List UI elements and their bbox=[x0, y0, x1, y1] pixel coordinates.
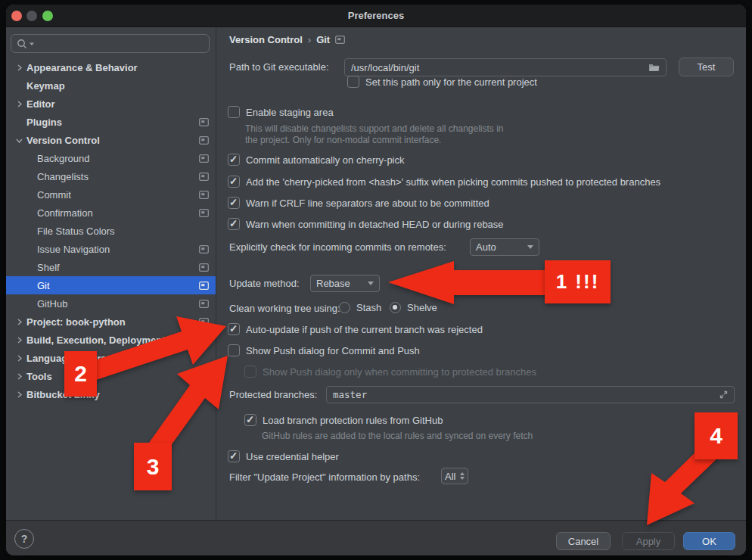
filter-paths-select[interactable]: All bbox=[441, 468, 468, 484]
shelve-radio[interactable]: Shelve bbox=[390, 302, 437, 313]
sidebar-item-github[interactable]: GitHub bbox=[6, 294, 216, 313]
sidebar-item-languages-frameworks[interactable]: Languages & Frameworks bbox=[6, 349, 216, 367]
sidebar-item-commit[interactable]: Commit bbox=[6, 185, 216, 204]
sidebar-item-changelists[interactable]: Changelists bbox=[6, 167, 216, 185]
checkbox-checked-icon[interactable] bbox=[228, 197, 240, 209]
titlebar: Preferences bbox=[6, 5, 746, 27]
filter-update-project-label: Filter "Update Project" information by p… bbox=[229, 471, 420, 483]
screen-scope-icon bbox=[199, 263, 209, 272]
chevron-right-icon bbox=[16, 101, 23, 107]
chevron-right-icon bbox=[16, 337, 23, 344]
checkbox-checked-icon[interactable] bbox=[228, 323, 240, 335]
checkbox-disabled-icon bbox=[244, 366, 256, 378]
breadcrumb: Version Control › Git bbox=[229, 34, 345, 45]
sidebar-item-editor[interactable]: Editor bbox=[6, 95, 216, 113]
checkbox-checked-icon[interactable] bbox=[228, 450, 240, 462]
radio-icon[interactable] bbox=[339, 302, 350, 313]
chevron-right-icon bbox=[16, 391, 23, 398]
sidebar-item-file-status-colors[interactable]: File Status Colors bbox=[6, 222, 216, 240]
screen-scope-icon bbox=[199, 154, 209, 163]
enable-staging-area-checkbox[interactable]: Enable staging area bbox=[228, 106, 334, 118]
sidebar-item-bitbucket[interactable]: Bitbucket Linky bbox=[6, 385, 216, 403]
warn-crlf-checkbox[interactable]: Warn if CRLF line separators are about t… bbox=[228, 197, 489, 209]
protected-branches-input[interactable]: master bbox=[326, 386, 735, 403]
git-path-label: Path to Git executable: bbox=[229, 61, 329, 73]
search-input[interactable] bbox=[11, 34, 210, 53]
use-credential-helper-checkbox[interactable]: Use credential helper bbox=[228, 450, 339, 462]
git-path-input[interactable]: /usr/local/bin/git bbox=[344, 58, 667, 76]
sidebar-item-git[interactable]: Git bbox=[6, 276, 216, 294]
load-branch-rules-description: GitHub rules are added to the local rule… bbox=[262, 431, 533, 441]
screen-scope-icon bbox=[199, 318, 209, 326]
protected-branches-label: Protected branches: bbox=[229, 389, 317, 400]
breadcrumb-page: Git bbox=[316, 34, 330, 45]
sidebar-item-appearance-behavior[interactable]: Appearance & Behavior bbox=[6, 58, 216, 76]
chevron-right-icon bbox=[16, 319, 23, 325]
search-options-chevron-icon[interactable] bbox=[29, 41, 35, 47]
cancel-button[interactable]: Cancel bbox=[556, 532, 611, 550]
auto-update-on-reject-checkbox[interactable]: Auto-update if push of the current branc… bbox=[228, 323, 483, 335]
load-branch-rules-checkbox[interactable]: Load branch protection rules from GitHub bbox=[244, 414, 443, 426]
annotation-label-3: 3 bbox=[134, 443, 172, 490]
screen-scope-icon bbox=[199, 300, 209, 308]
breadcrumb-separator: › bbox=[308, 34, 311, 45]
incoming-commits-label: Explicitly check for incoming commits on… bbox=[229, 241, 446, 253]
stash-radio[interactable]: Stash bbox=[339, 302, 381, 313]
checkbox-checked-icon[interactable] bbox=[244, 414, 256, 426]
sidebar-item-confirmation[interactable]: Confirmation bbox=[6, 204, 216, 222]
stepper-arrows-icon bbox=[460, 472, 465, 480]
ok-button[interactable]: OK bbox=[683, 532, 735, 550]
clean-working-tree-label: Clean working tree using: bbox=[229, 303, 340, 314]
sidebar-item-shelf[interactable]: Shelf bbox=[6, 258, 216, 276]
breadcrumb-section[interactable]: Version Control bbox=[229, 34, 303, 45]
checkbox-icon[interactable] bbox=[347, 76, 359, 88]
annotation-label-2: 2 bbox=[64, 351, 97, 397]
apply-button: Apply bbox=[622, 532, 675, 550]
warn-detached-head-checkbox[interactable]: Warn when committing in detached HEAD or… bbox=[228, 218, 504, 230]
incoming-commits-select[interactable]: Auto bbox=[470, 238, 539, 256]
sidebar-item-keymap[interactable]: Keymap bbox=[6, 76, 216, 95]
checkbox-icon[interactable] bbox=[228, 106, 240, 118]
annotation-label-1: 1 !!! bbox=[545, 260, 611, 303]
checkbox-checked-icon[interactable] bbox=[228, 218, 240, 230]
screen-scope-icon bbox=[199, 118, 209, 126]
screen-scope-icon bbox=[199, 173, 209, 181]
show-push-dialog-protected-checkbox: Show Push dialog only when committing to… bbox=[244, 366, 536, 378]
checkbox-icon[interactable] bbox=[228, 344, 240, 356]
screen-scope-icon bbox=[199, 136, 209, 145]
dropdown-arrow-icon bbox=[527, 245, 533, 249]
sidebar-item-build-execution-deployment[interactable]: Build, Execution, Deployment bbox=[6, 331, 216, 349]
checkbox-checked-icon[interactable] bbox=[228, 154, 240, 166]
test-button[interactable]: Test bbox=[679, 58, 734, 76]
update-method-label: Update method: bbox=[229, 278, 300, 289]
settings-tree: Appearance & Behavior Keymap Editor Plug… bbox=[6, 58, 216, 403]
cherry-picked-suffix-checkbox[interactable]: Add the 'cherry-picked from <hash>' suff… bbox=[228, 176, 660, 188]
sidebar-item-version-control[interactable]: Version Control bbox=[6, 131, 216, 149]
sidebar-item-plugins[interactable]: Plugins bbox=[6, 113, 216, 131]
screen-scope-icon bbox=[199, 191, 209, 199]
folder-browse-icon[interactable] bbox=[648, 63, 660, 72]
sidebar-item-tools[interactable]: Tools bbox=[6, 367, 216, 385]
update-method-select[interactable]: Rebase bbox=[310, 275, 380, 292]
search-icon bbox=[17, 39, 27, 49]
radio-selected-icon[interactable] bbox=[390, 302, 401, 313]
help-button[interactable]: ? bbox=[14, 529, 34, 549]
screen-scope-icon bbox=[199, 282, 209, 290]
checkbox-checked-icon[interactable] bbox=[228, 176, 240, 188]
commit-on-cherry-pick-checkbox[interactable]: Commit automatically on cherry-pick bbox=[228, 154, 405, 166]
show-push-dialog-checkbox[interactable]: Show Push dialog for Commit and Push bbox=[228, 344, 420, 356]
sidebar-item-background[interactable]: Background bbox=[6, 149, 216, 167]
preferences-window: Preferences Appearance & Behavior Keymap… bbox=[6, 5, 746, 555]
screen-scope-icon bbox=[335, 36, 345, 44]
sidebar-item-issue-navigation[interactable]: Issue Navigation bbox=[6, 240, 216, 258]
dialog-footer: ? Cancel Apply OK bbox=[6, 520, 746, 555]
dropdown-arrow-icon bbox=[368, 282, 374, 285]
chevron-right-icon bbox=[16, 355, 23, 362]
annotation-label-4: 4 bbox=[695, 412, 738, 459]
staging-description-line1: This will disable changelists support an… bbox=[245, 123, 504, 134]
staging-description-line2: the project. Only for non-modal commit i… bbox=[245, 135, 441, 145]
sidebar-item-project-book-python[interactable]: Project: book-python bbox=[6, 313, 216, 331]
chevron-down-icon bbox=[16, 137, 23, 144]
expand-field-icon[interactable] bbox=[719, 390, 728, 399]
set-path-current-project-checkbox[interactable]: Set this path only for the current proje… bbox=[347, 76, 537, 88]
